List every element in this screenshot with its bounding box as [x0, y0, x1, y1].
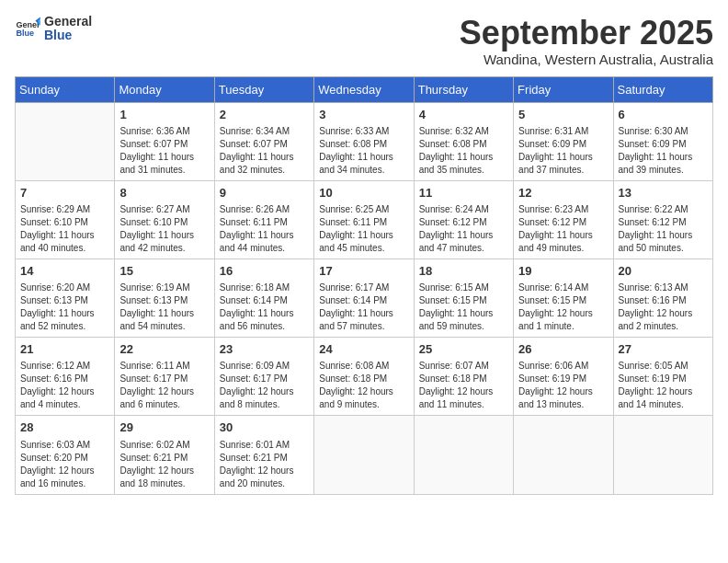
calendar-cell: 29Sunrise: 6:02 AMSunset: 6:21 PMDayligh… — [115, 416, 214, 494]
calendar-cell: 6Sunrise: 6:30 AMSunset: 6:09 PMDaylight… — [613, 102, 712, 180]
calendar-cell: 8Sunrise: 6:27 AMSunset: 6:10 PMDaylight… — [115, 180, 214, 259]
day-number: 29 — [119, 419, 209, 436]
day-number: 14 — [20, 263, 109, 280]
logo-icon: General Blue — [15, 16, 40, 41]
calendar-cell: 27Sunrise: 6:05 AMSunset: 6:19 PMDayligh… — [613, 338, 712, 416]
day-info: Sunrise: 6:18 AMSunset: 6:14 PMDaylight:… — [220, 282, 309, 333]
day-number: 27 — [619, 341, 708, 358]
day-info: Sunrise: 6:06 AMSunset: 6:19 PMDaylight:… — [518, 360, 608, 411]
calendar-cell: 25Sunrise: 6:07 AMSunset: 6:18 PMDayligh… — [414, 338, 513, 416]
day-number: 18 — [419, 263, 508, 280]
day-info: Sunrise: 6:19 AMSunset: 6:13 PMDaylight:… — [119, 282, 209, 333]
day-info: Sunrise: 6:02 AMSunset: 6:21 PMDaylight:… — [119, 439, 209, 490]
day-info: Sunrise: 6:08 AMSunset: 6:18 PMDaylight:… — [319, 360, 408, 411]
day-number: 4 — [419, 107, 508, 123]
calendar-cell: 12Sunrise: 6:23 AMSunset: 6:12 PMDayligh… — [514, 180, 613, 259]
calendar-week-1: 1Sunrise: 6:36 AMSunset: 6:07 PMDaylight… — [16, 102, 713, 180]
calendar-cell: 2Sunrise: 6:34 AMSunset: 6:07 PMDaylight… — [214, 102, 313, 180]
calendar-cell: 24Sunrise: 6:08 AMSunset: 6:18 PMDayligh… — [314, 338, 414, 416]
day-number: 5 — [518, 107, 608, 123]
calendar-cell: 30Sunrise: 6:01 AMSunset: 6:21 PMDayligh… — [214, 416, 313, 494]
day-number: 9 — [220, 185, 309, 201]
day-info: Sunrise: 6:26 AMSunset: 6:11 PMDaylight:… — [220, 203, 309, 255]
day-info: Sunrise: 6:22 AMSunset: 6:12 PMDaylight:… — [619, 203, 708, 255]
day-number: 2 — [220, 107, 309, 123]
calendar-cell: 7Sunrise: 6:29 AMSunset: 6:10 PMDaylight… — [16, 180, 115, 259]
day-number: 23 — [220, 341, 309, 358]
weekday-header-tuesday: Tuesday — [214, 76, 313, 102]
calendar-cell — [314, 416, 414, 494]
day-number: 24 — [319, 341, 408, 358]
day-number: 10 — [319, 185, 408, 201]
calendar-cell — [613, 416, 712, 494]
day-info: Sunrise: 6:33 AMSunset: 6:08 PMDaylight:… — [319, 125, 408, 177]
day-info: Sunrise: 6:32 AMSunset: 6:08 PMDaylight:… — [419, 125, 508, 177]
calendar-cell: 22Sunrise: 6:11 AMSunset: 6:17 PMDayligh… — [115, 338, 214, 416]
calendar-cell: 16Sunrise: 6:18 AMSunset: 6:14 PMDayligh… — [214, 259, 313, 337]
day-number: 16 — [220, 263, 309, 280]
calendar-cell: 20Sunrise: 6:13 AMSunset: 6:16 PMDayligh… — [613, 259, 712, 337]
day-info: Sunrise: 6:29 AMSunset: 6:10 PMDaylight:… — [20, 203, 109, 255]
day-info: Sunrise: 6:15 AMSunset: 6:15 PMDaylight:… — [419, 282, 508, 333]
day-number: 25 — [419, 341, 508, 358]
weekday-header-monday: Monday — [115, 76, 214, 102]
calendar-cell: 18Sunrise: 6:15 AMSunset: 6:15 PMDayligh… — [414, 259, 513, 337]
calendar-cell: 11Sunrise: 6:24 AMSunset: 6:12 PMDayligh… — [414, 180, 513, 259]
calendar-cell: 15Sunrise: 6:19 AMSunset: 6:13 PMDayligh… — [115, 259, 214, 337]
day-info: Sunrise: 6:20 AMSunset: 6:13 PMDaylight:… — [20, 282, 109, 333]
day-info: Sunrise: 6:23 AMSunset: 6:12 PMDaylight:… — [518, 203, 608, 255]
calendar-cell — [514, 416, 613, 494]
day-number: 30 — [220, 419, 309, 436]
calendar-cell: 26Sunrise: 6:06 AMSunset: 6:19 PMDayligh… — [514, 338, 613, 416]
day-number: 3 — [319, 107, 408, 123]
calendar-week-5: 28Sunrise: 6:03 AMSunset: 6:20 PMDayligh… — [16, 416, 713, 494]
calendar-cell: 14Sunrise: 6:20 AMSunset: 6:13 PMDayligh… — [16, 259, 115, 337]
logo-blue-text: Blue — [44, 29, 92, 42]
weekday-header-thursday: Thursday — [414, 76, 513, 102]
day-info: Sunrise: 6:25 AMSunset: 6:11 PMDaylight:… — [319, 203, 408, 255]
calendar-week-2: 7Sunrise: 6:29 AMSunset: 6:10 PMDaylight… — [16, 180, 713, 259]
day-info: Sunrise: 6:09 AMSunset: 6:17 PMDaylight:… — [220, 360, 309, 411]
day-info: Sunrise: 6:12 AMSunset: 6:16 PMDaylight:… — [20, 360, 109, 411]
day-info: Sunrise: 6:13 AMSunset: 6:16 PMDaylight:… — [619, 282, 708, 333]
day-number: 13 — [619, 185, 708, 201]
day-number: 20 — [619, 263, 708, 280]
day-info: Sunrise: 6:07 AMSunset: 6:18 PMDaylight:… — [419, 360, 508, 411]
calendar-cell — [16, 102, 115, 180]
calendar-cell: 13Sunrise: 6:22 AMSunset: 6:12 PMDayligh… — [613, 180, 712, 259]
day-number: 1 — [119, 107, 209, 123]
day-info: Sunrise: 6:05 AMSunset: 6:19 PMDaylight:… — [619, 360, 708, 411]
calendar-cell: 23Sunrise: 6:09 AMSunset: 6:17 PMDayligh… — [214, 338, 313, 416]
day-number: 17 — [319, 263, 408, 280]
calendar-cell: 21Sunrise: 6:12 AMSunset: 6:16 PMDayligh… — [16, 338, 115, 416]
calendar-cell: 28Sunrise: 6:03 AMSunset: 6:20 PMDayligh… — [16, 416, 115, 494]
weekday-header-sunday: Sunday — [16, 76, 115, 102]
calendar-cell: 10Sunrise: 6:25 AMSunset: 6:11 PMDayligh… — [314, 180, 414, 259]
day-info: Sunrise: 6:03 AMSunset: 6:20 PMDaylight:… — [20, 439, 109, 490]
logo-general-text: General — [44, 15, 92, 29]
calendar-week-4: 21Sunrise: 6:12 AMSunset: 6:16 PMDayligh… — [16, 338, 713, 416]
calendar-table: SundayMondayTuesdayWednesdayThursdayFrid… — [15, 76, 713, 495]
day-number: 8 — [119, 185, 209, 201]
calendar-cell: 3Sunrise: 6:33 AMSunset: 6:08 PMDaylight… — [314, 102, 414, 180]
day-info: Sunrise: 6:14 AMSunset: 6:15 PMDaylight:… — [518, 282, 608, 333]
calendar-cell: 4Sunrise: 6:32 AMSunset: 6:08 PMDaylight… — [414, 102, 513, 180]
page-header: General Blue General Blue September 2025… — [15, 15, 713, 67]
weekday-header-wednesday: Wednesday — [314, 76, 414, 102]
day-number: 12 — [518, 185, 608, 201]
day-info: Sunrise: 6:17 AMSunset: 6:14 PMDaylight:… — [319, 282, 408, 333]
day-info: Sunrise: 6:36 AMSunset: 6:07 PMDaylight:… — [119, 125, 209, 177]
location-subtitle: Wandina, Western Australia, Australia — [460, 52, 713, 67]
day-number: 22 — [119, 341, 209, 358]
day-info: Sunrise: 6:30 AMSunset: 6:09 PMDaylight:… — [619, 125, 708, 177]
day-info: Sunrise: 6:27 AMSunset: 6:10 PMDaylight:… — [119, 203, 209, 255]
day-number: 26 — [518, 341, 608, 358]
day-number: 19 — [518, 263, 608, 280]
day-info: Sunrise: 6:31 AMSunset: 6:09 PMDaylight:… — [518, 125, 608, 177]
day-number: 28 — [20, 419, 109, 436]
day-number: 11 — [419, 185, 508, 201]
calendar-cell: 5Sunrise: 6:31 AMSunset: 6:09 PMDaylight… — [514, 102, 613, 180]
calendar-cell: 9Sunrise: 6:26 AMSunset: 6:11 PMDaylight… — [214, 180, 313, 259]
day-number: 6 — [619, 107, 708, 123]
day-number: 15 — [119, 263, 209, 280]
